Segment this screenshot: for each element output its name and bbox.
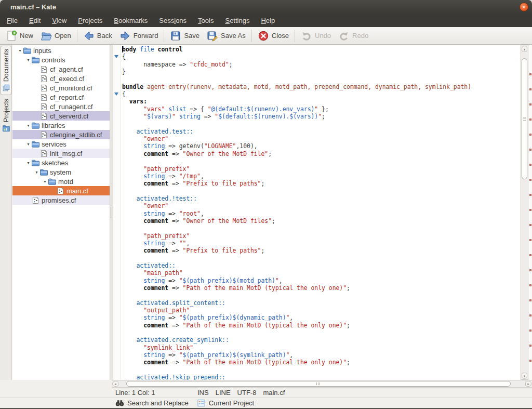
- code-line[interactable]: [122, 157, 521, 165]
- menu-view[interactable]: View: [46, 15, 72, 27]
- forward-button[interactable]: Forward: [116, 29, 162, 43]
- code-line[interactable]: activated.test::: [122, 128, 521, 135]
- code-line[interactable]: "owner": [122, 202, 521, 209]
- code-line[interactable]: {: [122, 53, 521, 60]
- code-line[interactable]: comment => "Path of the main MotD (typic…: [122, 322, 521, 329]
- tree-item-cf-agent-cf[interactable]: cf_agent.cf: [12, 64, 110, 74]
- code-line[interactable]: activated::: [122, 262, 521, 269]
- sidebar-tab-projects[interactable]: Projects: [1, 96, 11, 135]
- tree-item-main-cf[interactable]: main.cf: [12, 186, 110, 195]
- code-line[interactable]: string => "$(path_prefix)$(symlink_path)…: [122, 351, 521, 359]
- expander-icon[interactable]: ▾: [25, 123, 32, 128]
- vertical-scrollbar-thumb[interactable]: [522, 58, 527, 179]
- code-line[interactable]: string => "$(path_prefix)$(motd_path)",: [122, 277, 521, 284]
- code-line[interactable]: [122, 75, 521, 83]
- expander-icon[interactable]: ▾: [25, 161, 32, 165]
- code-line[interactable]: string => "",: [122, 240, 521, 247]
- open-button[interactable]: Open: [37, 29, 75, 43]
- scroll-up-icon[interactable]: ▴: [522, 46, 527, 52]
- menu-bookmarks[interactable]: Bookmarks: [108, 15, 153, 27]
- code-line[interactable]: activated.!test::: [122, 195, 521, 202]
- code-line[interactable]: string => "$(path_prefix)$(dynamic_path)…: [122, 314, 521, 321]
- code-area[interactable]: body file control{ namespace => "cfdc_mo…: [122, 46, 521, 380]
- expander-icon[interactable]: ▾: [42, 179, 48, 184]
- tree-item-cf-execd-cf[interactable]: cf_execd.cf: [12, 74, 110, 83]
- fold-marker-icon[interactable]: [114, 55, 118, 58]
- fold-marker-icon[interactable]: [114, 93, 118, 96]
- tree-item-cf-report-cf[interactable]: cf_report.cf: [12, 93, 110, 102]
- code-line[interactable]: "path_prefix": [122, 232, 521, 240]
- code-line[interactable]: "symlink_link": [122, 344, 521, 351]
- menu-settings[interactable]: Settings: [219, 15, 255, 27]
- tree-item-inputs[interactable]: ▾inputs: [12, 46, 110, 55]
- expander-icon[interactable]: ▾: [33, 170, 40, 175]
- code-line[interactable]: string => "root",: [122, 210, 521, 217]
- scroll-down-icon[interactable]: ▾: [522, 373, 527, 379]
- current-project-button[interactable]: Current Project: [197, 399, 254, 407]
- code-line[interactable]: [122, 292, 521, 299]
- menu-projects[interactable]: Projects: [72, 15, 108, 27]
- back-button[interactable]: Back: [79, 29, 116, 43]
- tree-item-promises-cf[interactable]: promises.cf: [12, 195, 110, 205]
- tree-item-cf-monitord-cf[interactable]: cf_monitord.cf: [12, 83, 110, 93]
- menu-sessions[interactable]: Sessions: [153, 15, 192, 27]
- code-line[interactable]: "output_path": [122, 307, 521, 314]
- undo-button[interactable]: Undo: [297, 29, 335, 43]
- code-line[interactable]: [122, 120, 521, 127]
- tree-item-libraries[interactable]: ▾libraries: [12, 121, 110, 130]
- file-tree[interactable]: ▾inputs▾controlscf_agent.cfcf_execd.cfcf…: [12, 45, 110, 380]
- redo-button[interactable]: Redo: [335, 29, 372, 43]
- titlebar[interactable]: main.cf – Kate ✕: [0, 0, 532, 15]
- code-line[interactable]: comment => "Owner of the MotD file";: [122, 150, 521, 157]
- code-line[interactable]: "owner": [122, 135, 521, 142]
- scroll-right-icon[interactable]: ▸: [525, 381, 531, 387]
- tree-item-cfengine-stdlib-cf[interactable]: cfengine_stdlib.cf: [12, 130, 110, 139]
- code-line[interactable]: string => getenv("LOGNAME",100),: [122, 142, 521, 150]
- search-and-replace-button[interactable]: Search and Replace: [115, 399, 189, 407]
- tree-item-system[interactable]: ▾system: [12, 167, 110, 177]
- tree-item-controls[interactable]: ▾controls: [12, 55, 110, 64]
- menu-file[interactable]: File: [1, 15, 23, 27]
- code-line[interactable]: [122, 255, 521, 262]
- panel-splitter[interactable]: [110, 45, 113, 380]
- scroll-left-icon[interactable]: ◂: [112, 381, 118, 387]
- code-line[interactable]: vars:: [122, 98, 521, 105]
- code-line[interactable]: bundle agent entry(runenv, metadata, mot…: [122, 83, 521, 90]
- code-line[interactable]: activated.create_symlink::: [122, 336, 521, 344]
- expander-icon[interactable]: ▾: [25, 58, 32, 62]
- menu-help[interactable]: Help: [255, 15, 281, 27]
- tree-item-init-msg-cf[interactable]: init_msg.cf: [12, 149, 110, 158]
- code-line[interactable]: }: [122, 68, 521, 75]
- horizontal-scrollbar-thumb[interactable]: [126, 381, 511, 387]
- tree-item-cf-serverd-cf[interactable]: cf_serverd.cf: [12, 111, 110, 121]
- menu-tools[interactable]: Tools: [192, 15, 219, 27]
- vertical-scrollbar[interactable]: ▴ ▾: [521, 45, 528, 380]
- code-line[interactable]: activated.!skip_prepend::: [122, 374, 521, 380]
- code-line[interactable]: "vars" slist => { "@(default:$(runenv).e…: [122, 105, 521, 113]
- code-line[interactable]: "main_path": [122, 269, 521, 276]
- code-line[interactable]: [122, 329, 521, 336]
- code-line[interactable]: body file control: [122, 46, 521, 53]
- menu-edit[interactable]: Edit: [23, 15, 46, 27]
- save-as-button[interactable]: Save As: [203, 29, 249, 43]
- expander-icon[interactable]: ▾: [25, 142, 32, 147]
- eol-mode[interactable]: LINE: [216, 389, 231, 397]
- code-line[interactable]: activated.split_content::: [122, 299, 521, 307]
- close-window-button[interactable]: ✕: [520, 3, 528, 11]
- encoding[interactable]: UTF-8: [237, 389, 257, 397]
- tree-item-motd[interactable]: ▾motd: [12, 177, 110, 186]
- code-line[interactable]: [122, 366, 521, 374]
- code-line[interactable]: "path_prefix": [122, 165, 521, 173]
- code-line[interactable]: comment => "Prefix to file paths";: [122, 180, 521, 187]
- tree-item-sketches[interactable]: ▾sketches: [12, 158, 110, 167]
- new-button[interactable]: New: [2, 29, 37, 43]
- code-line[interactable]: [122, 188, 521, 195]
- code-line[interactable]: comment => "Path of the main MotD (typic…: [122, 284, 521, 292]
- code-line[interactable]: comment => "Owner of the MotD files";: [122, 217, 521, 225]
- close-button[interactable]: Close: [254, 29, 292, 43]
- sidebar-tab-documents[interactable]: Documents: [1, 46, 11, 95]
- code-line[interactable]: [122, 225, 521, 232]
- tree-item-cf-runagent-cf[interactable]: cf_runagent.cf: [12, 102, 110, 111]
- code-line[interactable]: comment => "Path of the main MotD (typic…: [122, 359, 521, 366]
- tree-item-services[interactable]: ▾services: [12, 139, 110, 149]
